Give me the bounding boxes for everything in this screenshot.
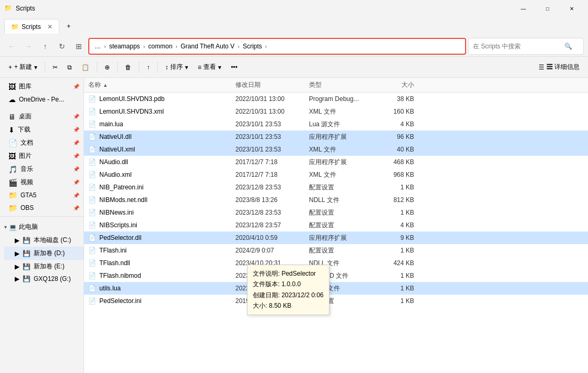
paste-button[interactable]: 📋: [77, 59, 94, 75]
sidebar-item-downloads[interactable]: ⬇ 下载 📌: [0, 123, 84, 136]
sidebar-item-desktop[interactable]: 🖥 桌面 📌: [0, 110, 84, 123]
cell-date: 2022/10/31 13:00: [235, 95, 309, 103]
icon-vol-e: 💾: [23, 263, 30, 270]
breadcrumb-gta5[interactable]: Grand Theft Auto V: [179, 42, 237, 51]
maximize-button[interactable]: □: [535, 0, 560, 17]
col-header-name[interactable]: 名称 ▲: [88, 80, 235, 89]
sidebar-item-local-c[interactable]: ▶ 💾 本地磁盘 (C:): [4, 234, 84, 247]
table-row[interactable]: 📄 NativeUI.dll 2023/10/1 23:53 应用程序扩展 96…: [84, 130, 588, 143]
table-row[interactable]: 📄 PedSelector.ini 2019/6/5 21:36 配置设置 1 …: [84, 295, 588, 307]
file-icon: 📄: [88, 184, 96, 191]
toolbar-sep-4: [139, 62, 139, 73]
file-icon: 📄: [88, 133, 96, 140]
sidebar-item-vol-d[interactable]: ▶ 💾 新加卷 (D:): [4, 247, 84, 260]
table-row[interactable]: 📄 TFlash.nibmod 2023/12/8 23:57 NIBMOD 文…: [84, 269, 588, 282]
sidebar-item-vol-e[interactable]: ▶ 💾 新加卷 (E:): [4, 260, 84, 273]
table-row[interactable]: 📄 NIBNews.ini 2023/12/8 23:53 配置设置 1 KB: [84, 206, 588, 219]
toolbar-sep-5: [157, 62, 158, 73]
thispc-group[interactable]: ▾ 💻 此电脑: [0, 220, 84, 234]
close-button[interactable]: ✕: [560, 0, 584, 17]
table-row[interactable]: 📄 LemonUI.SHVDN3.pdb 2022/10/31 13:00 Pr…: [84, 93, 588, 105]
refresh-button[interactable]: ↻: [55, 39, 69, 54]
cell-date: 2019/6/5 21:36: [235, 297, 309, 305]
minimize-button[interactable]: —: [511, 0, 535, 17]
breadcrumb-dots[interactable]: …: [92, 42, 103, 51]
tab-close-icon[interactable]: ✕: [47, 23, 53, 31]
file-icon: 📄: [88, 221, 96, 229]
sidebar-item-documents[interactable]: 📄 文档 📌: [0, 136, 84, 149]
table-row[interactable]: 📄 NAudio.dll 2017/12/7 7:18 应用程序扩展 468 K…: [84, 156, 588, 168]
table-row[interactable]: 📄 utils.lua 2023/10/1 23:53 Lua 源文件 1 KB: [84, 282, 588, 295]
copy-button[interactable]: ⧉: [63, 59, 76, 75]
col-header-type[interactable]: 类型: [309, 80, 372, 89]
breadcrumb: … › steamapps › common › Grand Theft Aut…: [92, 42, 462, 51]
cut-icon: ✂: [53, 64, 58, 71]
table-row[interactable]: 📄 LemonUI.SHVDN3.xml 2022/10/31 13:00 XM…: [84, 105, 588, 118]
cell-size: 4 KB: [372, 120, 414, 128]
music-icon: 🎵: [8, 165, 17, 174]
file-name: utils.lua: [99, 285, 121, 292]
table-row[interactable]: 📄 PedSelector.dll 2020/4/10 0:59 应用程序扩展 …: [84, 231, 588, 244]
move-up-button[interactable]: ↑: [142, 59, 154, 75]
address-bar[interactable]: … › steamapps › common › Grand Theft Aut…: [88, 38, 466, 55]
breadcrumb-scripts[interactable]: Scripts: [241, 42, 264, 51]
cell-name: 📄 NIBMods.net.ndll: [88, 196, 235, 204]
file-name: NativeUI.dll: [99, 133, 131, 140]
col-header-date[interactable]: 修改日期: [235, 80, 309, 89]
sidebar-item-onedrive[interactable]: ☁ OneDrive - Pe...: [0, 93, 84, 106]
pin-icon-music: 📌: [73, 166, 79, 172]
table-row[interactable]: 📄 NativeUI.xml 2023/10/1 23:53 XML 文件 40…: [84, 143, 588, 156]
cell-size: 38 KB: [372, 95, 414, 103]
new-tab-button[interactable]: +: [61, 19, 76, 34]
view-toggle-button[interactable]: ⊞: [71, 39, 86, 54]
cell-name: 📄 NAudio.dll: [88, 158, 235, 166]
details-button[interactable]: ☰ ☰ 详细信息: [534, 59, 584, 75]
tab-scripts[interactable]: 📁 Scripts ✕: [4, 19, 59, 34]
table-row[interactable]: 📄 NAudio.xml 2017/12/7 7:18 XML 文件 968 K…: [84, 168, 588, 181]
delete-button[interactable]: 🗑: [121, 59, 136, 75]
sidebar-item-gallery[interactable]: 🖼 图库 📌: [0, 80, 84, 93]
cell-date: 2023/12/8 23:53: [235, 209, 309, 216]
more-button[interactable]: •••: [226, 59, 242, 75]
details-label: ☰ 详细信息: [546, 63, 580, 72]
table-row[interactable]: 📄 main.lua 2023/10/1 23:53 Lua 源文件 4 KB: [84, 118, 588, 130]
sidebar-item-gta5[interactable]: 📁 GTA5 📌: [0, 189, 84, 201]
forward-button[interactable]: →: [21, 39, 36, 54]
col-header-size[interactable]: 大小: [372, 80, 414, 89]
table-row[interactable]: 📄 NIBScripts.ini 2023/12/8 23:57 配置设置 4 …: [84, 219, 588, 231]
sidebar-label-thispc: 此电脑: [19, 223, 38, 231]
share-button[interactable]: ⊕: [100, 59, 114, 75]
search-bar[interactable]: 🔍: [468, 38, 584, 55]
cell-type: 配置设置: [309, 246, 372, 255]
table-row[interactable]: 📄 TFlash.ndll 2023/4/10 20:31 NDLL 文件 42…: [84, 257, 588, 269]
sort-button[interactable]: ↕ 排序 ▾: [161, 59, 192, 75]
cell-size: 1 KB: [372, 272, 414, 279]
cell-name: 📄 TFlash.ndll: [88, 259, 235, 267]
sidebar-item-music[interactable]: 🎵 音乐 📌: [0, 163, 84, 176]
file-icon: 📄: [88, 234, 96, 241]
cell-name: 📄 PedSelector.ini: [88, 297, 235, 305]
file-name: PedSelector.ini: [99, 297, 141, 305]
back-button[interactable]: ←: [4, 39, 19, 54]
breadcrumb-common[interactable]: common: [146, 42, 174, 51]
pin-icon-documents: 📌: [73, 140, 79, 146]
sidebar-item-pictures[interactable]: 🖼 图片 📌: [0, 149, 84, 163]
search-input[interactable]: [473, 43, 562, 50]
cell-type: NIBMOD 文件: [309, 271, 372, 280]
sidebar-item-obs[interactable]: 📁 OBS 📌: [0, 201, 84, 214]
search-icon[interactable]: 🔍: [564, 43, 572, 50]
view-button[interactable]: ≡ 查看 ▾: [193, 59, 225, 75]
table-row[interactable]: 📄 TFlash.ini 2024/2/9 0:07 配置设置 1 KB: [84, 244, 588, 257]
up-button[interactable]: ↑: [38, 39, 53, 54]
new-icon: +: [8, 64, 12, 71]
sidebar-item-videos[interactable]: 🎬 视频 📌: [0, 176, 84, 189]
cut-button[interactable]: ✂: [48, 59, 62, 75]
sidebar-item-gxq-g[interactable]: ▶ 💾 GXQ128 (G:): [4, 273, 84, 285]
icon-vol-d: 💾: [23, 250, 30, 257]
table-row[interactable]: 📄 NIB_Patreon.ini 2023/12/8 23:53 配置设置 1…: [84, 181, 588, 194]
table-row[interactable]: 📄 NIBMods.net.ndll 2023/8/8 13:26 NDLL 文…: [84, 194, 588, 206]
expand-icon-d: ▶: [15, 250, 19, 257]
cell-name: 📄 utils.lua: [88, 285, 235, 292]
breadcrumb-steamapps[interactable]: steamapps: [107, 42, 142, 51]
new-button[interactable]: + + 新建 ▾: [4, 59, 42, 75]
